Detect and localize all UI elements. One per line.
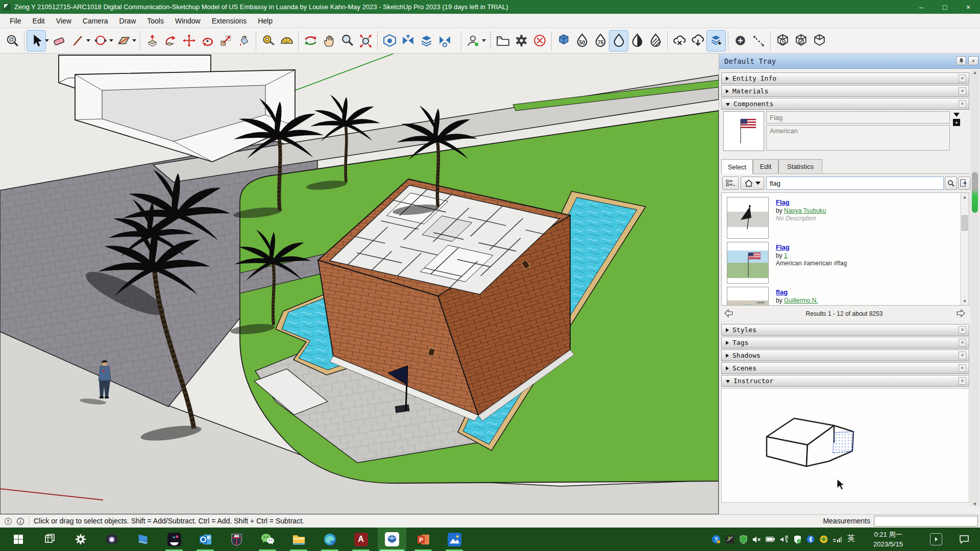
menu-file[interactable]: File	[4, 15, 27, 27]
tray-expand-icon[interactable]	[930, 533, 942, 545]
scroll-down-icon[interactable]: ▼	[961, 297, 969, 305]
section-tags[interactable]: Tags×	[721, 337, 969, 348]
arc-tool-icon[interactable]	[91, 31, 110, 51]
select-tool-icon[interactable]	[27, 31, 45, 51]
3d-warehouse-icon[interactable]	[380, 31, 399, 51]
security-shield-tray-icon[interactable]	[739, 535, 748, 544]
result-thumbnail[interactable]	[727, 287, 769, 306]
settings-app-icon[interactable]	[66, 528, 95, 551]
network-tray-icon[interactable]	[832, 535, 842, 544]
menu-extensions[interactable]: Extensions	[206, 15, 252, 27]
defender-tray-icon[interactable]	[793, 535, 802, 544]
search-model-icon[interactable]	[3, 31, 21, 51]
close-icon[interactable]: ×	[959, 87, 966, 95]
line-tool-icon[interactable]	[68, 31, 87, 51]
school-badge-app-icon[interactable]	[222, 528, 251, 551]
tape-measure-icon[interactable]	[259, 31, 277, 51]
orbit-icon[interactable]	[301, 31, 320, 51]
face-shaded-icon[interactable]	[609, 31, 628, 51]
close-icon[interactable]: ×	[959, 326, 966, 334]
minimize-button[interactable]: –	[910, 0, 933, 14]
maximize-button[interactable]: □	[933, 0, 957, 14]
sketchup-app-icon[interactable]	[378, 528, 406, 551]
opacity-50-icon[interactable]: 50	[573, 31, 591, 51]
tray-scrollbar[interactable]: ▲ ▼	[970, 70, 979, 507]
cube-history-icon[interactable]	[773, 31, 792, 51]
notification-center-icon[interactable]	[958, 533, 971, 545]
share-model-icon[interactable]	[399, 31, 417, 51]
outlook-app-icon[interactable]	[191, 528, 219, 551]
zoom-extents-icon[interactable]	[356, 31, 375, 51]
share-component-icon[interactable]	[417, 31, 435, 51]
add-location-icon[interactable]	[731, 31, 749, 51]
section-scenes[interactable]: Scenes×	[721, 362, 969, 374]
open-folder-icon[interactable]	[494, 31, 512, 51]
menu-draw[interactable]: Draw	[114, 15, 142, 27]
photos-app-icon[interactable]	[440, 528, 469, 551]
result-thumbnail[interactable]	[727, 242, 769, 284]
account-icon[interactable]	[464, 31, 482, 51]
scroll-up-icon[interactable]: ▲	[961, 193, 969, 201]
scroll-down-icon[interactable]: ▼	[970, 502, 979, 507]
cloud-download-icon[interactable]	[689, 31, 707, 51]
scrollbar-thumb[interactable]	[962, 215, 968, 231]
cube-hide-icon[interactable]	[792, 31, 810, 51]
classifier-icon[interactable]	[554, 31, 573, 51]
pc-manager-app-icon[interactable]	[129, 528, 157, 551]
menu-view[interactable]: View	[51, 15, 77, 27]
clock[interactable]: 0:21 周一 2023/5/15	[863, 530, 914, 549]
credits-info-icon[interactable]	[16, 517, 24, 528]
component-search-input[interactable]	[766, 177, 944, 190]
tray-close-icon[interactable]: ×	[968, 56, 978, 65]
rotate-tool-icon[interactable]	[198, 31, 216, 51]
close-icon[interactable]: ×	[959, 100, 966, 108]
get-component-icon[interactable]	[707, 31, 725, 51]
secondary-pane-icon[interactable]: +	[953, 119, 960, 126]
battery-tray-icon[interactable]	[766, 535, 775, 544]
section-components[interactable]: Components×	[721, 98, 969, 110]
measurements-input[interactable]	[874, 516, 978, 527]
menu-edit[interactable]: Edit	[27, 15, 51, 27]
section-materials[interactable]: Materials×	[721, 85, 969, 97]
face-textured-icon[interactable]	[628, 31, 646, 51]
cloud-remove-icon[interactable]	[670, 31, 689, 51]
geolocation-status-icon[interactable]	[4, 517, 12, 528]
menu-camera[interactable]: Camera	[77, 15, 114, 27]
close-icon[interactable]: ×	[959, 377, 966, 385]
viewport-3d-scene[interactable]	[0, 54, 719, 514]
wechat-app-icon[interactable]	[253, 528, 282, 551]
start-button[interactable]	[4, 528, 33, 551]
results-scrollbar[interactable]: ▲ ▼	[960, 193, 969, 305]
tab-select[interactable]: Select	[721, 159, 753, 174]
nvidia-tray-icon[interactable]	[725, 535, 734, 544]
section-shadows[interactable]: Shadows×	[721, 349, 969, 361]
section-instructor[interactable]: Instructor×	[721, 375, 969, 387]
section-styles[interactable]: Styles×	[721, 324, 969, 336]
tab-statistics[interactable]: Statistics	[778, 159, 822, 173]
task-view-button[interactable]	[35, 528, 64, 551]
face-monochrome-icon[interactable]	[646, 31, 665, 51]
menu-tools[interactable]: Tools	[141, 15, 169, 27]
component-results-list[interactable]: Flag by Naoya Tsubuku No Description Fla…	[721, 192, 969, 306]
audio-device-tray-icon[interactable]	[779, 535, 789, 544]
result-author-link[interactable]: Naoya Tsubuku	[784, 207, 826, 214]
pan-icon[interactable]	[320, 31, 338, 51]
home-icon[interactable]	[741, 177, 764, 190]
paintbucket-tool-icon[interactable]	[235, 31, 253, 51]
zoom-icon[interactable]	[338, 31, 356, 51]
camera-app-icon[interactable]	[97, 528, 126, 551]
extension-warehouse-icon[interactable]	[435, 31, 454, 51]
pin-icon[interactable]	[956, 56, 966, 65]
results-next-icon[interactable]	[956, 309, 965, 319]
in-model-navigate-icon[interactable]	[958, 177, 970, 190]
followme-tool-icon[interactable]	[161, 31, 180, 51]
ime-indicator[interactable]: 英	[847, 534, 855, 543]
close-button[interactable]: ×	[957, 0, 980, 14]
protractor-icon[interactable]	[277, 31, 296, 51]
pushpull-tool-icon[interactable]	[143, 31, 161, 51]
filmora-app-icon[interactable]	[160, 528, 188, 551]
component-description-field[interactable]: American	[766, 125, 950, 151]
tray-title-bar[interactable]: Default Tray ×	[719, 54, 980, 69]
close-icon[interactable]: ×	[959, 352, 966, 359]
result-thumbnail[interactable]	[727, 197, 769, 239]
